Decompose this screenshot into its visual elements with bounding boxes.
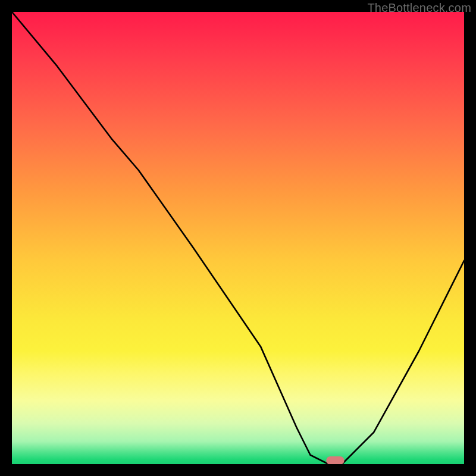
chart-frame: TheBottleneck.com bbox=[0, 0, 476, 476]
curve-line bbox=[12, 12, 464, 464]
valley-marker bbox=[326, 456, 344, 464]
chart-svg bbox=[12, 12, 464, 464]
plot-area bbox=[12, 12, 464, 464]
